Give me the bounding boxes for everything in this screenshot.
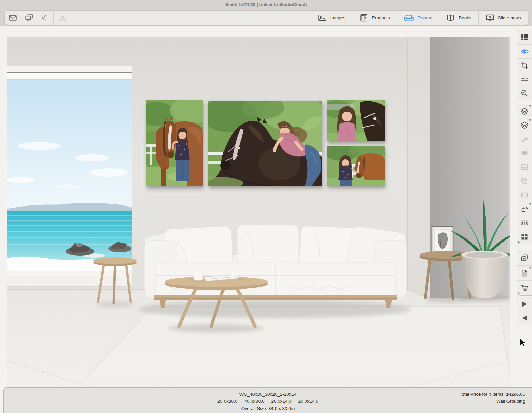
eyedropper-icon: [521, 135, 529, 143]
window-title: Smith 15/11/23 (Linked to StudioCloud): [0, 0, 532, 10]
toolbar: Images Products Rooms Book: [4, 10, 528, 25]
menu-badge: [529, 267, 531, 269]
thumbnail-grid-button[interactable]: [517, 30, 532, 44]
email-icon: [8, 13, 17, 22]
rooms-icon: [404, 13, 414, 22]
layers-front-button[interactable]: [517, 104, 532, 118]
item-size: 40.0x30.0: [244, 398, 264, 405]
play-forward-icon: [520, 300, 529, 308]
window-ocean-view: [7, 66, 132, 287]
image-placeholder-icon: [57, 13, 67, 22]
total-price: Total Price for 4 items: $4296.00: [459, 391, 525, 398]
mouse-cursor: [519, 337, 527, 348]
audio-icon: [41, 13, 50, 22]
mat-button: [517, 146, 532, 160]
item-size: 20.0x30.0: [217, 398, 237, 405]
tool-sidebar: [516, 26, 532, 387]
stacked-prints-button: [517, 174, 532, 188]
toolbar-spacer: [70, 11, 311, 25]
slideshows-icon: [485, 13, 495, 22]
room-scene[interactable]: [7, 37, 510, 388]
menu-badge: [529, 105, 531, 108]
sidebar-group-order: [517, 250, 532, 296]
flip-horizontal-button[interactable]: [517, 216, 532, 230]
layers-front-icon: [520, 107, 529, 115]
crop-icon: [521, 62, 529, 69]
ruler-icon: [520, 75, 529, 83]
more-badge: [518, 292, 520, 294]
inspect-magnifier-button[interactable]: [517, 86, 532, 100]
layout-name: WG_40x30_30x20_2-20x14: [4, 391, 532, 398]
sofa: [139, 225, 411, 318]
tab-rooms-label: Rooms: [417, 15, 432, 20]
shopping-cart-button[interactable]: [517, 280, 532, 295]
item-size: 20.0x14.0: [271, 398, 292, 405]
thumbnail-grid-icon: [521, 33, 529, 41]
images-icon: [318, 13, 327, 22]
tab-images[interactable]: Images: [311, 11, 352, 25]
order-report-icon: [520, 269, 529, 277]
eyedropper-button: [517, 132, 532, 146]
menu-badge: [529, 119, 531, 122]
crop-button[interactable]: [517, 58, 532, 72]
sidebar-group-view: [517, 30, 532, 100]
play-forward-button[interactable]: [517, 297, 532, 311]
flip-horizontal-icon: [520, 219, 529, 227]
item-size: 20.0x14.0: [298, 398, 318, 405]
sidebar-group-nav: [517, 297, 532, 325]
tab-slideshows-label: Slideshows: [498, 15, 521, 20]
tab-books[interactable]: Books: [439, 11, 478, 25]
layout-template-button: [517, 160, 532, 174]
grid-view-button[interactable]: [517, 230, 532, 244]
sidebar-group-edit: [517, 104, 532, 244]
duplicate-button[interactable]: [517, 250, 532, 265]
layers-back-icon: [520, 121, 529, 129]
stacked-prints-icon: [520, 177, 529, 185]
grid-view-icon: [520, 233, 529, 241]
products-icon: [359, 13, 368, 22]
grouping-label: Wall Grouping: [459, 398, 525, 405]
layers-back-button[interactable]: [517, 118, 532, 132]
audio-button[interactable]: [37, 11, 54, 25]
wall-photo-3[interactable]: [323, 97, 386, 141]
play-back-button[interactable]: [517, 311, 532, 325]
inspect-magnifier-icon: [520, 89, 529, 97]
wall-photo-1[interactable]: [139, 97, 212, 186]
rotate-button[interactable]: [517, 202, 532, 216]
shopping-cart-icon: [520, 284, 529, 292]
main-area: [0, 26, 532, 387]
books-icon: [446, 13, 455, 22]
overall-size: Overall Size: 84.0 x 30.0in: [4, 405, 532, 412]
window-chrome: Smith 15/11/23 (Linked to StudioCloud): [0, 0, 532, 26]
layout-template-icon: [520, 163, 529, 171]
more-badge: [518, 240, 520, 243]
frame-icon: [520, 191, 529, 199]
tab-products[interactable]: Products: [352, 11, 397, 25]
ruler-button[interactable]: [517, 72, 532, 86]
room-canvas[interactable]: [7, 37, 510, 388]
tab-slideshows[interactable]: Slideshows: [478, 11, 528, 25]
tab-products-label: Products: [372, 15, 390, 20]
item-sizes-line: 20.0x30.040.0x30.020.0x14.020.0x14.0: [4, 398, 532, 405]
wall-photo-2[interactable]: [194, 94, 337, 189]
tab-rooms[interactable]: Rooms: [397, 11, 439, 25]
tab-images-label: Images: [330, 15, 345, 20]
menu-badge: [529, 203, 531, 205]
duplicate-icon: [520, 254, 529, 262]
status-bar: WG_40x30_30x20_2-20x14 20.0x30.040.0x30.…: [3, 387, 532, 413]
wall-photo-4[interactable]: [323, 141, 387, 186]
preview-eye-button[interactable]: [517, 44, 532, 58]
status-center: WG_40x30_30x20_2-20x14 20.0x30.040.0x30.…: [4, 391, 532, 412]
order-report-button[interactable]: [517, 265, 532, 280]
play-back-icon: [520, 314, 529, 322]
screens-icon: [24, 13, 34, 22]
frame-button: [517, 188, 532, 202]
image-placeholder-button: [54, 11, 70, 25]
rotate-icon: [520, 205, 529, 213]
projection-button[interactable]: [21, 11, 37, 25]
tab-books-label: Books: [459, 15, 471, 20]
email-button[interactable]: [5, 11, 21, 25]
mat-icon: [520, 149, 529, 157]
status-right: Total Price for 4 items: $4296.00 Wall G…: [459, 391, 525, 405]
preview-eye-icon: [520, 47, 529, 56]
